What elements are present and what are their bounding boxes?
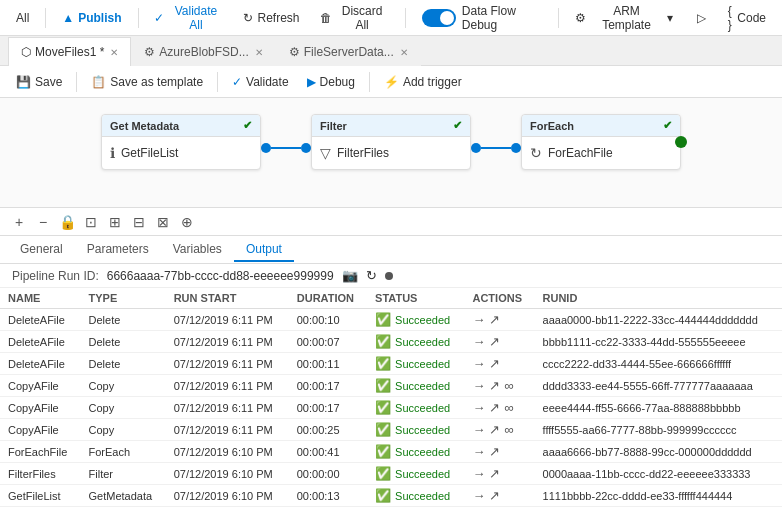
tab-general[interactable]: General [8,238,75,262]
frame-button[interactable]: ⊟ [128,211,150,233]
save-icon: 💾 [16,75,31,89]
node-getmetadata-status: ✔ [243,119,252,132]
run-bar-status-dot [385,272,393,280]
action-icon[interactable]: ∞ [504,422,513,437]
col-actions: ACTIONS [464,288,534,309]
cell-name: CopyAFile [0,419,81,441]
tab-fileserver[interactable]: ⚙ FileServerData... ✕ [276,37,421,66]
node-getmetadata-label: GetFileList [121,146,178,160]
action-icon[interactable]: → [472,422,485,437]
action-icon[interactable]: → [472,400,485,415]
status-success-icon: ✅ [375,312,391,327]
cell-name: DeleteAFile [0,309,81,331]
action-icon[interactable]: ↗ [489,356,500,371]
node-getmetadata[interactable]: Get Metadata ✔ ℹ GetFileList [101,114,261,170]
validate-all-icon: ✓ [154,11,164,25]
add-trigger-button[interactable]: ⚡ Add trigger [376,71,470,93]
tab-azureblob[interactable]: ⚙ AzureBlobFSD... ✕ [131,37,275,66]
cell-runid: bbbb1111-cc22-3333-44dd-555555eeeee [535,331,782,353]
zoom-in-button[interactable]: ⊞ [104,211,126,233]
cell-name: FilterFiles [0,463,81,485]
cell-run-start: 07/12/2019 6:11 PM [166,353,289,375]
validate-all-button[interactable]: ✓ Validate All [146,0,231,36]
cell-runid: aaaa6666-bb77-8888-99cc-000000dddddd [535,441,782,463]
node-foreach-label: ForEachFile [548,146,613,160]
node-foreach-status: ✔ [663,119,672,132]
cell-status: ✅Succeeded [367,331,464,353]
separator-4 [558,8,559,28]
cell-name: DeleteAFile [0,331,81,353]
action-icon[interactable]: ∞ [504,378,513,393]
add-node-button[interactable]: + [8,211,30,233]
action-icon[interactable]: → [472,378,485,393]
action-icon[interactable]: ↗ [489,312,500,327]
action-icon[interactable]: → [472,356,485,371]
action-icon[interactable]: → [472,466,485,481]
node-foreach-title: ForEach [530,120,574,132]
cell-run-start: 07/12/2019 6:11 PM [166,309,289,331]
publish-button[interactable]: ▲ Publish [54,7,129,29]
tab-fileserver-close[interactable]: ✕ [400,47,408,58]
table-row: DeleteAFile Delete 07/12/2019 6:11 PM 00… [0,353,782,375]
cell-name: CopyAFile [0,375,81,397]
run-bar: Pipeline Run ID: 6666aaaa-77bb-cccc-dd88… [0,264,782,288]
separator-1 [45,8,46,28]
lock-button[interactable]: 🔒 [56,211,78,233]
tab-movefiles[interactable]: ⬡ MoveFiles1 * ✕ [8,37,131,66]
arm-template-button[interactable]: ⚙ ARM Template ▾ [567,0,681,36]
tab-output[interactable]: Output [234,238,294,262]
cell-run-start: 07/12/2019 6:10 PM [166,485,289,507]
tab-variables[interactable]: Variables [161,238,234,262]
data-flow-toggle[interactable] [422,9,456,27]
arm-icon: ⚙ [575,11,586,25]
refresh-button[interactable]: ↻ Refresh [235,7,307,29]
action-icon[interactable]: ↗ [489,400,500,415]
grid-button[interactable]: ⊠ [152,211,174,233]
action-icon[interactable]: ↗ [489,422,500,437]
debug-icon: ▶ [307,75,316,89]
tab-parameters[interactable]: Parameters [75,238,161,262]
validate-button[interactable]: ✓ Validate [224,71,296,93]
cell-actions: →↗ [464,485,534,507]
code-button[interactable]: { } Code [718,0,774,36]
cell-duration: 00:00:25 [289,419,367,441]
separator-2 [138,8,139,28]
node-filter[interactable]: Filter ✔ ▽ FilterFiles [311,114,471,170]
action-icon[interactable]: ↗ [489,444,500,459]
action-icon[interactable]: → [472,488,485,503]
all-button[interactable]: All [8,7,37,29]
action-icon[interactable]: → [472,444,485,459]
connect-button[interactable]: ⊕ [176,211,198,233]
action-icon[interactable]: ↗ [489,334,500,349]
cell-actions: →↗ [464,463,534,485]
discard-icon: 🗑 [320,11,332,25]
tab-fileserver-icon: ⚙ [289,45,300,59]
remove-node-button[interactable]: − [32,211,54,233]
node-foreach[interactable]: ForEach ✔ ↻ ForEachFile [521,114,681,170]
tab-bar: ⬡ MoveFiles1 * ✕ ⚙ AzureBlobFSD... ✕ ⚙ F… [0,36,782,66]
action-icon[interactable]: ↗ [489,378,500,393]
cell-type: Delete [81,309,166,331]
cell-run-start: 07/12/2019 6:10 PM [166,441,289,463]
fit-button[interactable]: ⊡ [80,211,102,233]
action-icon[interactable]: ∞ [504,400,513,415]
foreach-icon: ↻ [530,145,542,161]
run-bar-refresh-icon[interactable]: ↻ [366,268,377,283]
tab-azureblob-close[interactable]: ✕ [255,47,263,58]
status-success-icon: ✅ [375,400,391,415]
cell-type: Filter [81,463,166,485]
save-as-template-button[interactable]: 📋 Save as template [83,71,211,93]
action-icon[interactable]: → [472,312,485,327]
send-button[interactable]: ▷ [689,7,714,29]
panel-tabs: General Parameters Variables Output [0,236,782,264]
cell-duration: 00:00:11 [289,353,367,375]
tab-movefiles-close[interactable]: ✕ [110,47,118,58]
validate-icon: ✓ [232,75,242,89]
save-button[interactable]: 💾 Save [8,71,70,93]
action-icon[interactable]: ↗ [489,488,500,503]
debug-button[interactable]: ▶ Debug [299,71,363,93]
action-icon[interactable]: → [472,334,485,349]
node-filter-status: ✔ [453,119,462,132]
discard-all-button[interactable]: 🗑 Discard All [312,0,397,36]
action-icon[interactable]: ↗ [489,466,500,481]
